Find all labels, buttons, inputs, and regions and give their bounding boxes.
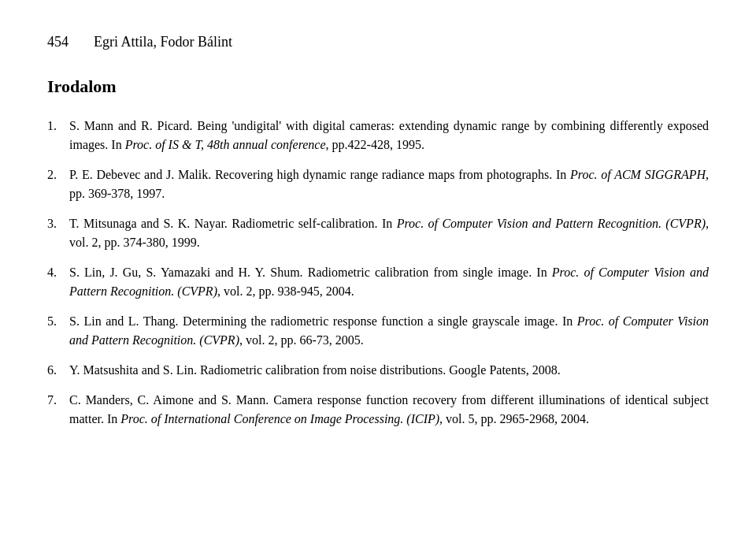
reference-item: 7.C. Manders, C. Aimone and S. Mann. Cam… xyxy=(47,391,709,429)
ref-number: 2. xyxy=(47,165,69,203)
reference-item: 2.P. E. Debevec and J. Malik. Recovering… xyxy=(47,165,709,203)
ref-text: T. Mitsunaga and S. K. Nayar. Radiometri… xyxy=(69,214,709,252)
reference-item: 1.S. Mann and R. Picard. Being 'undigita… xyxy=(47,117,709,154)
ref-number: 3. xyxy=(47,214,69,252)
ref-text: Y. Matsushita and S. Lin. Radiometric ca… xyxy=(69,361,561,380)
reference-item: 3.T. Mitsunaga and S. K. Nayar. Radiomet… xyxy=(47,214,709,252)
ref-number: 5. xyxy=(47,312,69,350)
ref-number: 1. xyxy=(47,117,69,154)
ref-number: 4. xyxy=(47,263,69,301)
ref-text: P. E. Debevec and J. Malik. Recovering h… xyxy=(69,165,709,203)
reference-list: 1.S. Mann and R. Picard. Being 'undigita… xyxy=(47,117,709,429)
ref-text: C. Manders, C. Aimone and S. Mann. Camer… xyxy=(69,391,709,429)
reference-item: 4.S. Lin, J. Gu, S. Yamazaki and H. Y. S… xyxy=(47,263,709,301)
ref-text: S. Lin, J. Gu, S. Yamazaki and H. Y. Shu… xyxy=(69,263,709,301)
reference-item: 6.Y. Matsushita and S. Lin. Radiometric … xyxy=(47,361,709,380)
ref-text: S. Lin and L. Thang. Determining the rad… xyxy=(69,312,709,350)
authors: Egri Attila, Fodor Bálint xyxy=(94,32,232,52)
page-number: 454 xyxy=(47,32,69,52)
ref-number: 7. xyxy=(47,391,69,429)
section-title: Irodalom xyxy=(47,74,709,99)
ref-text: S. Mann and R. Picard. Being 'undigital'… xyxy=(69,117,709,154)
ref-number: 6. xyxy=(47,361,69,380)
reference-item: 5.S. Lin and L. Thang. Determining the r… xyxy=(47,312,709,350)
